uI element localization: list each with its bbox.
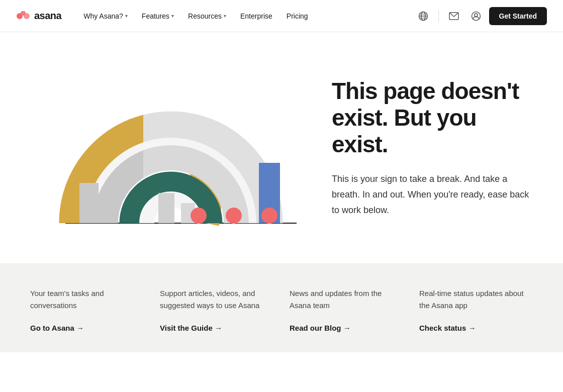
navbar: asana Why Asana? ▾ Features ▾ Resources … xyxy=(0,0,563,32)
mail-icon xyxy=(449,12,459,20)
svg-point-18 xyxy=(191,208,207,224)
svg-rect-15 xyxy=(158,193,174,223)
illustration-area xyxy=(30,57,302,238)
mail-button[interactable] xyxy=(445,7,463,25)
svg-point-10 xyxy=(475,14,478,17)
footer-grid: Your team's tasks and conversations Go t… xyxy=(30,287,533,332)
chevron-down-icon: ▾ xyxy=(171,13,174,19)
svg-point-20 xyxy=(261,208,277,224)
logo[interactable]: asana xyxy=(16,10,61,22)
nav-item-pricing[interactable]: Pricing xyxy=(280,8,314,24)
footer-link-2[interactable]: Read our Blog → xyxy=(290,324,403,332)
error-headline: This page doesn't exist. But you exist. xyxy=(332,78,533,158)
account-button[interactable] xyxy=(467,7,485,25)
text-area: This page doesn't exist. But you exist. … xyxy=(302,78,533,218)
footer-col-1: Support articles, videos, and suggested … xyxy=(160,287,273,332)
footer-desc-3: Real-time status updates about the Asana… xyxy=(419,287,533,312)
chevron-down-icon: ▾ xyxy=(125,13,128,19)
svg-point-19 xyxy=(226,208,242,224)
chevron-down-icon: ▾ xyxy=(224,13,226,19)
footer-desc-1: Support articles, videos, and suggested … xyxy=(160,287,273,312)
svg-rect-14 xyxy=(79,183,99,223)
nav-item-enterprise[interactable]: Enterprise xyxy=(234,8,278,24)
nav-divider xyxy=(438,10,439,22)
get-started-button[interactable]: Get Started xyxy=(489,7,547,25)
footer-desc-0: Your team's tasks and conversations xyxy=(30,287,144,312)
asana-logo-icon xyxy=(16,11,30,21)
footer-link-1[interactable]: Visit the Guide → xyxy=(160,324,273,332)
nav-item-resources[interactable]: Resources ▾ xyxy=(182,8,232,24)
nav-item-why-asana[interactable]: Why Asana? ▾ xyxy=(77,8,134,24)
nav-item-features[interactable]: Features ▾ xyxy=(136,8,180,24)
globe-icon xyxy=(418,11,428,21)
footer-col-3: Real-time status updates about the Asana… xyxy=(419,287,533,332)
footer: Your team's tasks and conversations Go t… xyxy=(0,263,563,352)
main-content: This page doesn't exist. But you exist. … xyxy=(0,32,563,263)
footer-col-0: Your team's tasks and conversations Go t… xyxy=(30,287,144,332)
404-illustration xyxy=(30,57,302,238)
globe-button[interactable] xyxy=(414,7,432,25)
footer-link-3[interactable]: Check status → xyxy=(419,324,533,332)
footer-desc-2: News and updates from the Asana team xyxy=(290,287,403,312)
error-body: This is your sign to take a break. And t… xyxy=(332,171,533,218)
footer-link-0[interactable]: Go to Asana → xyxy=(30,324,144,332)
user-icon xyxy=(471,11,481,21)
nav-right: Get Started xyxy=(414,7,547,25)
nav-links: Why Asana? ▾ Features ▾ Resources ▾ Ente… xyxy=(77,8,414,24)
footer-col-2: News and updates from the Asana team Rea… xyxy=(290,287,403,332)
logo-text: asana xyxy=(34,10,61,22)
